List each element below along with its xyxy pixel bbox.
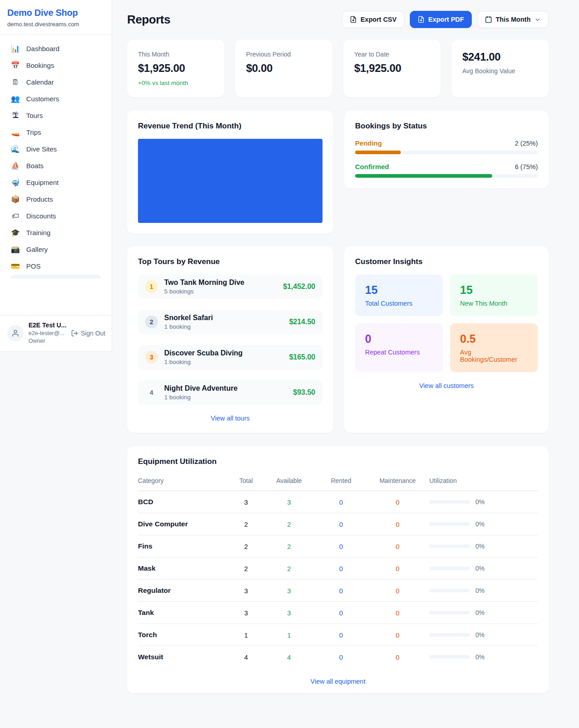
tile-value: 15 — [460, 284, 528, 297]
tour-revenue: $93.50 — [293, 388, 315, 397]
dashboard-icon: 📊 — [11, 45, 20, 52]
stat-label: This Month — [138, 51, 214, 58]
bookings-by-status-title: Bookings by Status — [355, 122, 538, 131]
period-dropdown[interactable]: This Month — [477, 11, 549, 28]
sidebar-item-label: Gallery — [26, 246, 48, 253]
sidebar-item-customers[interactable]: 👥 Customers — [5, 90, 106, 107]
sign-out-button[interactable]: Sign Out — [71, 330, 105, 337]
cell-available: 2 — [262, 565, 316, 572]
column-header: Available — [262, 477, 316, 484]
sidebar-item-products[interactable]: 📦 Products — [5, 191, 106, 208]
cell-utilization: 0% — [429, 609, 538, 616]
row-revenue-status: Revenue Trend (This Month) Bookings by S… — [127, 111, 549, 234]
tile-value: 0.5 — [460, 332, 528, 345]
cell-utilization: 0% — [429, 498, 538, 506]
sidebar-item-label: Dive Sites — [26, 145, 57, 153]
cell-utilization: 0% — [429, 520, 538, 528]
cell-total: 2 — [230, 520, 262, 528]
cell-utilization: 0% — [429, 543, 538, 550]
stat-card-avg-booking-value: $241.00 Avg Booking Value — [451, 40, 549, 97]
sidebar-item-pos[interactable]: 💳 POS — [5, 258, 106, 274]
list-item: 1 Two Tank Morning Dive 5 bookings $1,45… — [138, 274, 323, 299]
tour-name: Two Tank Morning Dive — [164, 279, 244, 287]
customer-insights-title: Customer Insights — [355, 257, 538, 266]
header-actions: Export CSV Export PDF This Month — [342, 11, 549, 28]
sidebar-item-boats[interactable]: ⛵ Boats — [5, 157, 106, 174]
sidebar-item-dive-sites[interactable]: 🌊 Dive Sites — [5, 141, 106, 157]
training-icon: 🎓 — [11, 229, 20, 236]
cell-utilization: 0% — [429, 565, 538, 572]
cell-category: Dive Computer — [138, 520, 230, 528]
tile-label: Avg Bookings/Customer — [460, 349, 528, 363]
tile-value: 15 — [365, 284, 433, 297]
sidebar-item-dashboard[interactable]: 📊 Dashboard — [5, 40, 106, 57]
sidebar-item-discounts[interactable]: 🏷 Discounts — [5, 208, 106, 224]
sidebar-item-tours[interactable]: 🏝 Tours — [5, 107, 106, 124]
status-count: 6 (75%) — [515, 163, 538, 170]
status-count: 2 (25%) — [515, 140, 538, 147]
sidebar-item-trips[interactable]: 🚤 Trips — [5, 124, 106, 141]
cell-total: 2 — [230, 565, 262, 572]
stat-card-this-month: This Month $1,925.00 +0% vs last month — [127, 40, 224, 97]
sidebar-item-bookings[interactable]: 📅 Bookings — [5, 57, 106, 74]
stat-label: Previous Period — [246, 51, 322, 58]
view-all-equipment-link[interactable]: View all equipment — [138, 678, 538, 685]
equipment-utilization-title: Equipment Utilization — [138, 457, 538, 466]
column-header: Maintenance — [366, 477, 429, 484]
status-row-pending: Pending 2 (25%) — [355, 139, 538, 154]
export-csv-button[interactable]: Export CSV — [342, 11, 404, 28]
tile-label: Repeat Customers — [365, 349, 433, 356]
cell-total: 3 — [230, 498, 262, 506]
cell-maintenance: 0 — [366, 543, 429, 550]
cell-rented: 0 — [316, 498, 366, 506]
view-all-customers-link[interactable]: View all customers — [355, 382, 538, 389]
cell-available: 3 — [262, 498, 316, 506]
tour-list: 1 Two Tank Morning Dive 5 bookings $1,45… — [138, 274, 323, 405]
table-row: Mask 2 2 0 0 0% — [138, 558, 538, 580]
stat-label: Year to Date — [354, 51, 430, 58]
boats-icon: ⛵ — [11, 162, 20, 170]
tour-revenue: $214.50 — [289, 318, 315, 326]
dive-sites-icon: 🌊 — [11, 146, 20, 153]
list-item: 4 Night Dive Adventure 1 booking $93.50 — [138, 380, 323, 405]
table-row: Fins 2 2 0 0 0% — [138, 535, 538, 558]
status-label: Confirmed — [355, 163, 389, 170]
bookings-by-status-card: Bookings by Status Pending 2 (25%) Confi… — [344, 111, 549, 189]
tour-name: Snorkel Safari — [164, 314, 213, 322]
list-item: 2 Snorkel Safari 1 booking $214.50 — [138, 310, 323, 334]
cell-total: 3 — [230, 609, 262, 617]
cell-utilization: 0% — [429, 587, 538, 594]
cell-category: BCD — [138, 498, 230, 506]
tile-new-this-month: 15 New This Month — [450, 274, 538, 316]
sidebar-item-training[interactable]: 🎓 Training — [5, 224, 106, 241]
tour-name: Discover Scuba Diving — [164, 349, 242, 357]
equipment-table: Category Total Available Rented Maintena… — [138, 473, 538, 668]
sidebar-item-gallery[interactable]: 📸 Gallery — [5, 241, 106, 258]
tours-icon: 🏝 — [11, 112, 20, 119]
sidebar-item-calendar[interactable]: 🗓 Calendar — [5, 74, 106, 90]
stat-value: $1,925.00 — [138, 62, 214, 75]
table-row: Wetsuit 4 4 0 0 0% — [138, 646, 538, 668]
top-tours-title: Top Tours by Revenue — [138, 257, 323, 266]
cell-available: 4 — [262, 653, 316, 661]
tile-total-customers: 15 Total Customers — [355, 274, 443, 316]
tile-avg-bookings-customer: 0.5 Avg Bookings/Customer — [450, 323, 538, 372]
cell-rented: 0 — [316, 653, 366, 661]
customer-insights-card: Customer Insights 15 Total Customers 15 … — [344, 246, 549, 433]
list-item: 3 Discover Scuba Diving 1 booking $165.0… — [138, 345, 323, 369]
user-role: Owner — [28, 337, 66, 345]
trips-icon: 🚤 — [11, 129, 20, 136]
table-row: Dive Computer 2 2 0 0 0% — [138, 513, 538, 535]
export-pdf-button[interactable]: Export PDF — [410, 11, 472, 28]
cell-category: Wetsuit — [138, 653, 230, 661]
column-header: Total — [230, 477, 262, 484]
user-panel: E2E Test U... e2e-tester@... Owner Sign … — [0, 315, 112, 351]
rank-badge: 3 — [145, 351, 158, 364]
view-all-tours-link[interactable]: View all tours — [138, 415, 323, 422]
sidebar-item-label: Discounts — [26, 212, 56, 220]
status-label: Pending — [355, 139, 382, 147]
sidebar-item-equipment[interactable]: 🤿 Equipment — [5, 174, 106, 191]
sidebar-item-label: Boats — [26, 162, 43, 170]
export-csv-label: Export CSV — [361, 16, 397, 23]
revenue-trend-card: Revenue Trend (This Month) — [127, 111, 333, 234]
